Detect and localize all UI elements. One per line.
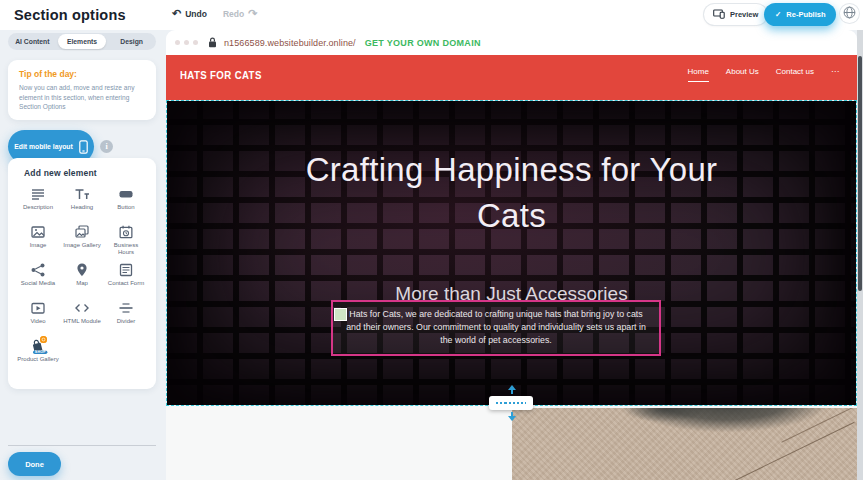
image-gallery-icon — [74, 224, 90, 240]
get-domain-link[interactable]: GET YOUR OWN DOMAIN — [365, 38, 481, 48]
nav-contact-us[interactable]: Contact us — [776, 67, 814, 81]
republish-button[interactable]: ✓ Re-Publish — [764, 3, 836, 26]
resize-handle-dots — [496, 402, 526, 405]
element-image-gallery[interactable]: Image Gallery — [60, 224, 104, 256]
browser-dot — [193, 40, 198, 45]
resize-arrow-down[interactable] — [507, 412, 516, 421]
page-title: Section options — [14, 7, 126, 23]
undo-button[interactable]: ↶ Undo — [172, 8, 207, 19]
element-video[interactable]: Video — [16, 300, 60, 332]
info-icon[interactable]: i — [100, 140, 113, 153]
element-image[interactable]: Image — [16, 224, 60, 256]
add-element-card: Add new element Description Heading Butt… — [8, 158, 156, 389]
redo-label: Redo — [223, 9, 244, 19]
edit-mobile-layout-label: Edit mobile layout — [14, 143, 73, 150]
preview-button[interactable]: Preview — [704, 4, 767, 25]
divider-icon — [118, 300, 134, 316]
site-nav: Home About Us Contact us ⋯ — [688, 67, 840, 82]
scrollbar-thumb[interactable] — [858, 56, 862, 291]
hero-body-text: Hats for Cats, we are dedicated to craft… — [346, 309, 646, 345]
element-contact-form[interactable]: Contact Form — [104, 262, 148, 294]
heading-icon — [74, 186, 90, 202]
tab-elements[interactable]: Elements — [58, 34, 107, 49]
preview-scrollbar[interactable] — [857, 30, 863, 480]
hero-heading[interactable]: Crafting Happiness for Your Cats — [297, 147, 727, 239]
element-product-gallery[interactable]: SHOP Product Gallery — [16, 338, 60, 370]
browser-dot — [175, 40, 180, 45]
element-social-media[interactable]: Social Media — [16, 262, 60, 294]
browser-bar: n1566589.websitebuilder.online/ GET YOUR… — [166, 30, 857, 55]
hero-text-element-selected[interactable]: Hats for Cats, we are dedicated to craft… — [331, 300, 661, 356]
site-logo[interactable]: HATS FOR CATS — [180, 69, 262, 81]
element-html-module[interactable]: HTML Module — [60, 300, 104, 332]
browser-dots — [175, 40, 198, 45]
site-header[interactable]: HATS FOR CATS Home About Us Contact us ⋯ — [166, 55, 857, 100]
element-grid: Description Heading Button Image Image G… — [16, 186, 148, 370]
globe-icon — [843, 5, 856, 23]
panel-divider — [8, 445, 156, 446]
site-url[interactable]: n1566589.websitebuilder.online/ — [224, 38, 356, 48]
element-button[interactable]: Button — [104, 186, 148, 218]
browser-dot — [184, 40, 189, 45]
add-element-title: Add new element — [24, 168, 148, 178]
html-module-icon — [74, 300, 90, 316]
republish-label: Re-Publish — [786, 10, 825, 19]
done-button[interactable]: Done — [8, 452, 61, 476]
hero-section-selected[interactable]: Crafting Happiness for Your Cats More th… — [166, 100, 857, 406]
new-badge — [40, 336, 47, 343]
panel-tab-bar: AI Content Elements Design — [8, 33, 156, 50]
business-hours-icon — [118, 224, 134, 240]
nav-home[interactable]: Home — [688, 67, 709, 82]
shop-badge: SHOP — [33, 350, 48, 354]
tip-of-the-day-card: Tip of the day: Now you can add, move an… — [8, 60, 156, 120]
undo-redo-group: ↶ Undo Redo ↷ — [172, 8, 257, 19]
element-divider[interactable]: Divider — [104, 300, 148, 332]
contact-form-icon — [118, 262, 134, 278]
tip-title: Tip of the day: — [19, 69, 145, 79]
tip-body: Now you can add, move and resize any ele… — [19, 83, 145, 112]
tab-ai-content[interactable]: AI Content — [8, 34, 57, 49]
redo-button[interactable]: Redo ↷ — [223, 8, 257, 19]
section-resize-handle[interactable] — [489, 396, 533, 410]
redo-icon: ↷ — [248, 8, 257, 19]
undo-label: Undo — [185, 9, 207, 19]
element-map[interactable]: Map — [60, 262, 104, 294]
carpet-photo — [512, 408, 857, 480]
tab-design[interactable]: Design — [107, 34, 156, 49]
button-icon — [118, 186, 134, 202]
check-icon: ✓ — [775, 10, 781, 19]
map-pin-icon — [74, 262, 90, 278]
nav-more-icon[interactable]: ⋯ — [831, 67, 839, 81]
carpet-seam-line — [701, 422, 854, 480]
video-icon — [30, 300, 46, 316]
description-icon — [30, 186, 46, 202]
nav-about-us[interactable]: About Us — [726, 67, 759, 81]
language-globe-button[interactable] — [840, 4, 859, 23]
social-media-icon — [30, 262, 46, 278]
image-icon — [30, 224, 46, 240]
undo-icon: ↶ — [172, 8, 181, 19]
element-heading[interactable]: Heading — [60, 186, 104, 218]
phone-icon — [79, 140, 88, 154]
top-bar: Section options ↶ Undo Redo ↷ Preview ✓ … — [0, 0, 863, 30]
element-business-hours[interactable]: Business Hours — [104, 224, 148, 256]
element-description[interactable]: Description — [16, 186, 60, 218]
product-gallery-icon: SHOP — [29, 338, 47, 354]
resize-arrow-up[interactable] — [507, 385, 516, 394]
preview-label: Preview — [730, 10, 758, 19]
lock-icon — [208, 37, 217, 48]
element-drag-handle[interactable] — [334, 308, 347, 321]
devices-icon — [713, 9, 725, 21]
section-options-panel: AI Content Elements Design Tip of the da… — [0, 30, 166, 480]
